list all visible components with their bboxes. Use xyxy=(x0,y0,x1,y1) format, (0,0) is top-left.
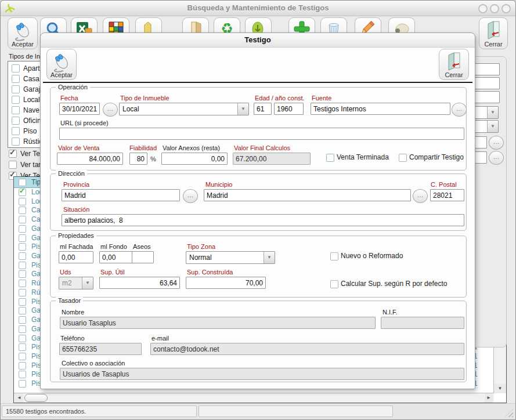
select-all-checkbox[interactable] xyxy=(19,179,26,186)
provincia-field[interactable] xyxy=(62,189,180,201)
ml-fachada-field[interactable] xyxy=(59,251,93,263)
operacion-group: Operación Fecha … Tipo de Inmueble Local… xyxy=(50,87,467,171)
compartir-testigo-checkbox[interactable] xyxy=(399,154,407,162)
row-checkbox[interactable]: ✓ xyxy=(19,216,26,223)
row-checkbox[interactable]: ✓ xyxy=(19,371,26,378)
window-control-icon[interactable] xyxy=(478,4,488,13)
dialog-accept-button[interactable]: Aceptar xyxy=(46,49,77,80)
fecha-field[interactable] xyxy=(59,103,100,115)
uds-label: Uds xyxy=(60,269,71,276)
row-checkbox[interactable]: ✓ xyxy=(19,316,26,324)
cpostal-field[interactable] xyxy=(430,189,464,201)
percent-suffix: % xyxy=(150,155,156,162)
situacion-field[interactable] xyxy=(62,214,464,226)
valor-anexos-field[interactable] xyxy=(161,153,228,165)
row-checkbox[interactable]: ✓ xyxy=(19,270,26,278)
row-checkbox[interactable]: ✓ xyxy=(19,289,26,296)
type-checkbox[interactable]: ✓ xyxy=(12,96,20,104)
ellipsis-icon[interactable]: … xyxy=(103,103,118,117)
resize-grip[interactable] xyxy=(505,409,513,417)
ellipsis-icon[interactable]: … xyxy=(452,103,467,117)
cpostal-label: C. Postal xyxy=(431,181,457,188)
type-checkbox[interactable]: ✓ xyxy=(12,117,20,125)
row-checkbox[interactable]: ✓ xyxy=(19,335,26,342)
type-checkbox[interactable]: ✓ xyxy=(12,106,20,114)
tasador-legend: Tasador xyxy=(56,297,83,304)
row-checkbox[interactable]: ✓ xyxy=(19,280,26,287)
filter-checkbox[interactable]: ✓ xyxy=(9,161,17,169)
horizontal-scrollbar[interactable]: ◄ ► xyxy=(14,393,494,403)
row-checkbox[interactable]: ✓ xyxy=(19,198,26,205)
dialog-separator xyxy=(43,82,472,83)
nuevo-reformado-checkbox[interactable] xyxy=(330,252,338,260)
dialog-close-button[interactable]: Cerrar xyxy=(439,49,469,80)
chevron-down-icon[interactable]: ▼ xyxy=(487,107,498,118)
colectivo-field xyxy=(60,368,464,380)
sup-construida-field[interactable] xyxy=(186,277,266,289)
ml-fondo-field[interactable] xyxy=(99,251,133,263)
scroll-right-icon[interactable]: ► xyxy=(485,393,493,403)
aseos-field[interactable] xyxy=(132,251,154,263)
close-button[interactable]: Cerrar xyxy=(479,17,508,49)
valor-venta-field[interactable] xyxy=(57,153,123,165)
tipo-zona-dropdown[interactable]: Normal ▼ xyxy=(186,251,275,264)
row-checkbox[interactable]: ✓ xyxy=(19,207,26,214)
email-label: e-mail xyxy=(151,335,169,342)
filter-checkbox[interactable]: ✓ xyxy=(9,150,17,158)
dialog-titlebar[interactable]: Testigo xyxy=(41,33,475,48)
row-checkbox[interactable]: ✓ xyxy=(19,243,26,251)
sup-construida-label: Sup. Construída xyxy=(187,269,233,276)
scroll-left-icon[interactable]: ◄ xyxy=(15,393,23,403)
sup-util-field[interactable] xyxy=(99,277,180,289)
row-checkbox[interactable]: ✓ xyxy=(19,353,26,360)
url-field[interactable] xyxy=(59,128,464,140)
window-control-icon[interactable] xyxy=(490,4,499,13)
window-titlebar: Búsqueda y Mantenimiento de Testigos xyxy=(1,1,515,16)
row-checkbox[interactable]: ✓ xyxy=(19,307,26,314)
venta-terminada-checkbox[interactable] xyxy=(326,154,334,162)
row-checkbox[interactable]: ✓ xyxy=(19,189,26,196)
type-label: Casa xyxy=(23,75,39,83)
chevron-down-icon[interactable]: ▼ xyxy=(237,103,248,115)
row-checkbox[interactable]: ✓ xyxy=(19,343,26,351)
row-checkbox[interactable]: ✓ xyxy=(19,225,26,233)
nombre-label: Nombre xyxy=(62,309,84,316)
accept-button[interactable]: Aceptar xyxy=(8,17,38,49)
nif-label: N.I.F. xyxy=(383,309,398,316)
chevron-down-icon[interactable]: ▼ xyxy=(487,121,498,132)
type-checkbox[interactable]: ✓ xyxy=(12,75,20,83)
anio-field[interactable] xyxy=(274,103,304,115)
venta-terminada-label: Venta Terminada xyxy=(337,153,389,161)
row-checkbox[interactable]: ✓ xyxy=(19,362,26,370)
municipio-field[interactable] xyxy=(204,189,411,201)
type-checkbox[interactable]: ✓ xyxy=(12,137,20,146)
row-checkbox[interactable]: ✓ xyxy=(19,298,26,306)
email-field xyxy=(150,343,464,355)
fuente-field[interactable] xyxy=(311,103,450,115)
row-checkbox[interactable]: ✓ xyxy=(19,252,26,260)
type-checkbox[interactable]: ✓ xyxy=(12,127,20,135)
ellipsis-icon[interactable]: … xyxy=(489,151,504,165)
row-checkbox[interactable]: ✓ xyxy=(19,380,26,388)
horizontal-scroll-thumb[interactable] xyxy=(24,394,48,402)
tipo-zona-value: Normal xyxy=(189,254,212,262)
scroll-down-icon[interactable]: ▼ xyxy=(494,384,506,393)
dialog-close-label: Cerrar xyxy=(439,71,468,78)
edad-field[interactable] xyxy=(254,103,272,115)
row-checkbox[interactable]: ✓ xyxy=(19,234,26,242)
type-checkbox[interactable]: ✓ xyxy=(12,64,20,73)
fiabilidad-field[interactable] xyxy=(129,153,147,165)
tipo-inmueble-dropdown[interactable]: Local ▼ xyxy=(119,103,249,115)
row-checkbox[interactable]: ✓ xyxy=(19,262,26,269)
ellipsis-icon[interactable]: … xyxy=(183,189,198,203)
ml-fondo-label: ml Fondo xyxy=(100,243,127,250)
chevron-down-icon[interactable]: ▼ xyxy=(264,252,275,263)
type-checkbox[interactable]: ✓ xyxy=(12,85,20,93)
status-secondary xyxy=(199,405,393,417)
ellipsis-icon[interactable]: … xyxy=(413,189,428,203)
calcular-sup-checkbox[interactable] xyxy=(330,280,338,288)
row-checkbox[interactable]: ✓ xyxy=(19,325,26,333)
window-control-icon[interactable] xyxy=(501,4,511,13)
ellipsis-icon[interactable]: … xyxy=(489,136,504,150)
telefono-label: Teléfono xyxy=(60,335,85,342)
